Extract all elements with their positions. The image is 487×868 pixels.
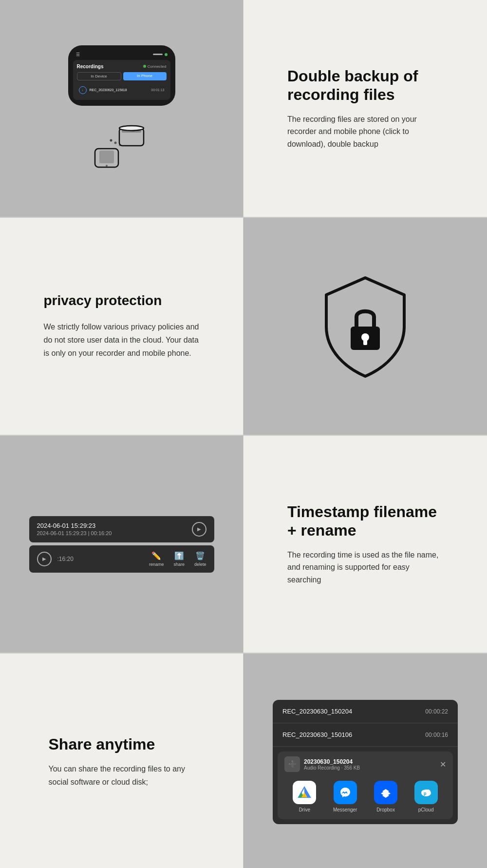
pcloud-label: pCloud bbox=[418, 807, 434, 812]
share-sheet-sub: Audio Recording · 356 KB bbox=[304, 765, 436, 771]
row4-right: REC_20230630_150204 00:00:22 REC_2023063… bbox=[244, 654, 487, 868]
row3-right: Timestamp filename + rename The recordin… bbox=[244, 436, 487, 653]
dropbox-label: Dropbox bbox=[376, 807, 395, 812]
delete-icon: 🗑️ bbox=[195, 551, 205, 560]
row2-right bbox=[244, 218, 487, 435]
share-file-2-time: 00:00:16 bbox=[425, 732, 448, 738]
phone-recordings-title: Recordings bbox=[77, 64, 104, 69]
svg-point-3 bbox=[110, 139, 112, 141]
dropbox-svg bbox=[379, 786, 393, 799]
row3: 2024-06-01 15:29:23 2024-06-01 15:29:23 … bbox=[0, 435, 487, 653]
row4: Share anytime You can share the recordin… bbox=[0, 653, 487, 868]
tab-in-device[interactable]: In Device bbox=[77, 72, 121, 80]
messenger-svg bbox=[338, 786, 352, 799]
rename-button[interactable]: ✏️ rename bbox=[149, 551, 164, 567]
row1: ☰ Recordings Connected bbox=[0, 0, 487, 217]
share-file-2-name: REC_20230630_150106 bbox=[282, 731, 352, 738]
share-sheet: ➕ 20230630_150204 Audio Recording · 356 … bbox=[278, 752, 453, 819]
shield-icon bbox=[317, 273, 414, 380]
share-icon: ⬆️ bbox=[174, 551, 184, 560]
svg-text:p: p bbox=[424, 791, 427, 796]
row1-right: Double backup of recording files The rec… bbox=[244, 0, 487, 217]
transfer-svg-icon bbox=[93, 123, 151, 172]
phone-file-item: ↓ REC_20230620_115818 00:01:13 bbox=[77, 84, 167, 96]
play-button-1[interactable]: ▶ bbox=[192, 522, 206, 537]
battery-icon bbox=[165, 53, 168, 56]
delete-button[interactable]: 🗑️ delete bbox=[194, 551, 206, 567]
feature-title-3: Timestamp filename + rename bbox=[287, 502, 443, 540]
tab-in-phone[interactable]: In Phone bbox=[123, 72, 167, 80]
svg-point-2 bbox=[119, 126, 144, 131]
messenger-icon bbox=[334, 781, 357, 804]
phone-connected-status: Connected bbox=[143, 64, 167, 69]
play-button-2[interactable]: ▶ bbox=[37, 552, 52, 566]
row4-left: Share anytime You can share the recordin… bbox=[0, 654, 244, 868]
rename-icon: ✏️ bbox=[151, 551, 161, 560]
drive-svg bbox=[298, 786, 311, 799]
pcloud-icon: p bbox=[414, 781, 438, 804]
privacy-desc: We strictly follow various privacy polic… bbox=[44, 320, 200, 360]
messenger-label: Messenger bbox=[333, 807, 357, 812]
svg-point-5 bbox=[119, 144, 121, 146]
phone-screen: Recordings Connected In Device In Phone bbox=[73, 60, 170, 100]
privacy-text: privacy protection We strictly follow va… bbox=[44, 293, 200, 360]
share-sheet-title: 20230630_150204 bbox=[304, 758, 436, 765]
share-file-2: REC_20230630_150106 00:00:16 bbox=[273, 723, 458, 747]
feature-text-1: Double backup of recording files The rec… bbox=[287, 67, 443, 151]
transfer-illustration bbox=[93, 123, 151, 172]
share-desc: You can share the recording files to any… bbox=[49, 762, 195, 789]
phone-mockup: ☰ Recordings Connected bbox=[68, 45, 175, 106]
feature-desc-1: The recording files are stored on your r… bbox=[287, 113, 443, 151]
share-app-messenger[interactable]: Messenger bbox=[333, 781, 357, 812]
row1-left: ☰ Recordings Connected bbox=[0, 0, 244, 217]
pcloud-svg: p bbox=[419, 786, 433, 799]
player-buttons: ✏️ rename ⬆️ share 🗑️ delete bbox=[79, 551, 206, 567]
svg-point-4 bbox=[114, 141, 116, 144]
svg-point-8 bbox=[106, 165, 108, 167]
share-text: Share anytime You can share the recordin… bbox=[49, 735, 195, 789]
svg-point-22 bbox=[426, 790, 431, 794]
share-title: Share anytime bbox=[49, 735, 195, 753]
share-sheet-header: ➕ 20230630_150204 Audio Recording · 356 … bbox=[284, 756, 446, 772]
share-file-1-time: 00:00:22 bbox=[425, 708, 448, 715]
row3-left: 2024-06-01 15:29:23 2024-06-01 15:29:23 … bbox=[0, 436, 244, 653]
share-file-1: REC_20230630_150204 00:00:22 bbox=[273, 700, 458, 723]
svg-point-10 bbox=[361, 333, 369, 341]
recording-player: ▶ :16:20 ✏️ rename ⬆️ share 🗑️ delete bbox=[29, 545, 214, 573]
recording-item-1: 2024-06-01 15:29:23 2024-06-01 15:29:23 … bbox=[29, 516, 214, 542]
hamburger-icon: ☰ bbox=[76, 52, 80, 57]
rec1-date: 2024-06-01 15:29:23 bbox=[37, 522, 112, 529]
share-apps: Drive Messenger bbox=[284, 777, 446, 814]
rec1-sub: 2024-06-01 15:29:23 | 00:16:20 bbox=[37, 530, 112, 536]
share-mock: REC_20230630_150204 00:00:22 REC_2023063… bbox=[273, 700, 458, 824]
feature-desc-3: The recording time is used as the file n… bbox=[287, 549, 443, 586]
share-file-1-name: REC_20230630_150204 bbox=[282, 708, 352, 715]
share-app-drive[interactable]: Drive bbox=[293, 781, 316, 812]
phone-tabs: In Device In Phone bbox=[77, 72, 167, 80]
svg-rect-11 bbox=[363, 340, 367, 345]
feature-text-3: Timestamp filename + rename The recordin… bbox=[287, 502, 443, 586]
drive-icon bbox=[293, 781, 316, 804]
share-sheet-file-icon: ➕ bbox=[284, 756, 300, 772]
row2-left: privacy protection We strictly follow va… bbox=[0, 218, 244, 435]
share-button[interactable]: ⬆️ share bbox=[173, 551, 185, 567]
privacy-title: privacy protection bbox=[44, 293, 200, 309]
file-name: REC_20230620_115818 bbox=[90, 88, 127, 92]
dropbox-icon bbox=[374, 781, 397, 804]
download-icon: ↓ bbox=[79, 86, 87, 94]
svg-rect-7 bbox=[99, 151, 114, 163]
drive-label: Drive bbox=[299, 807, 310, 812]
rec-time: :16:20 bbox=[57, 556, 74, 562]
share-app-dropbox[interactable]: Dropbox bbox=[374, 781, 397, 812]
share-sheet-info: 20230630_150204 Audio Recording · 356 KB bbox=[304, 758, 436, 771]
row2: privacy protection We strictly follow va… bbox=[0, 217, 487, 435]
share-app-pcloud[interactable]: p pCloud bbox=[414, 781, 438, 812]
connected-dot bbox=[143, 65, 146, 68]
feature-title-1: Double backup of recording files bbox=[287, 67, 443, 104]
recording-mock: 2024-06-01 15:29:23 2024-06-01 15:29:23 … bbox=[29, 516, 214, 573]
close-icon[interactable]: ✕ bbox=[440, 760, 446, 769]
file-duration: 00:01:13 bbox=[151, 88, 164, 92]
